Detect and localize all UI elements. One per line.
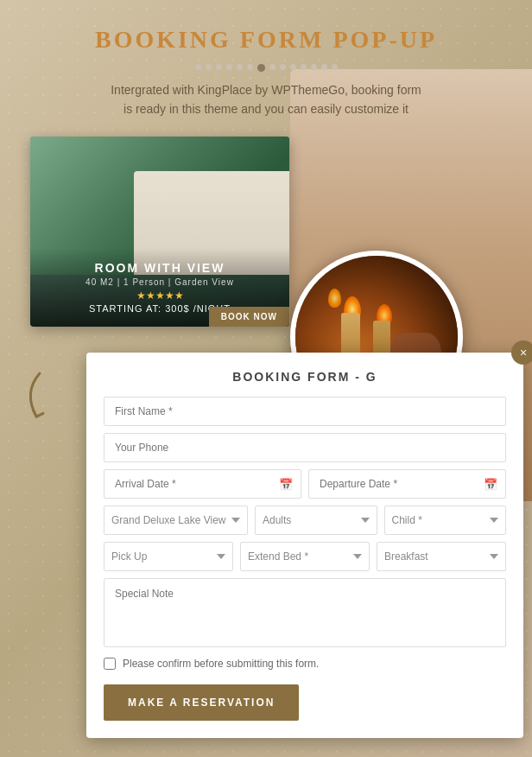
confirm-checkbox[interactable] xyxy=(104,658,116,670)
subtitle-line1: Intergrated with KingPlace by WPThemeGo,… xyxy=(111,83,421,97)
room-adults-child-row: Grand Deluxe Lake View Deluxe Room Suite… xyxy=(104,506,506,535)
page-title: BOOKING FORM POP-UP xyxy=(17,26,515,54)
room-card: 🖼 ROOM WITH VIEW 40 M2 | 1 Person | Gard… xyxy=(30,137,289,327)
pickup-select[interactable]: Pick Up Airport Pickup Hotel Pickup xyxy=(104,542,233,571)
dot-7-active[interactable] xyxy=(257,64,265,72)
arrival-date-input[interactable] xyxy=(104,469,301,499)
dot-6[interactable] xyxy=(247,64,253,70)
dots-navigation[interactable] xyxy=(17,64,515,72)
close-button[interactable]: × xyxy=(511,340,532,365)
first-name-input[interactable] xyxy=(104,397,506,426)
first-name-row xyxy=(104,397,506,426)
room-type-select[interactable]: Grand Deluxe Lake View Deluxe Room Suite… xyxy=(104,506,248,535)
card-book-button[interactable]: BOOK NOW xyxy=(209,307,289,327)
breakfast-select[interactable]: Breakfast No Breakfast Breakfast Include… xyxy=(377,542,506,571)
arrival-date-wrapper: 📅 xyxy=(104,469,301,499)
dot-8[interactable] xyxy=(269,64,276,70)
child-select[interactable]: Child * 0 Child 1 Child 2 Children xyxy=(384,506,507,535)
reserve-button[interactable]: MAKE A RESERVATION xyxy=(104,684,299,721)
dot-1[interactable] xyxy=(195,64,201,70)
dot-4[interactable] xyxy=(226,64,232,70)
extras-row: Pick Up Airport Pickup Hotel Pickup Exte… xyxy=(104,542,506,571)
dot-10[interactable] xyxy=(290,64,296,70)
form-title: BOOKING FORM - G xyxy=(104,370,506,384)
room-details: 40 M2 | 1 Person | Garden View xyxy=(43,277,276,287)
confirm-text: Please confirm before submitting this fo… xyxy=(123,658,319,670)
dot-3[interactable] xyxy=(216,64,222,70)
booking-modal: × BOOKING FORM - G 📅 📅 Grand Deluxe Lake… xyxy=(86,353,523,738)
special-note-row xyxy=(104,578,506,647)
departure-date-input[interactable] xyxy=(308,469,506,499)
phone-input[interactable] xyxy=(104,433,506,462)
adults-select[interactable]: Adults 1 Adult 2 Adults 3 Adults xyxy=(255,506,377,535)
dot-11[interactable] xyxy=(301,64,307,70)
confirm-row: Please confirm before submitting this fo… xyxy=(104,658,506,670)
dot-14[interactable] xyxy=(332,64,338,70)
dot-13[interactable] xyxy=(321,64,327,70)
title-section: BOOKING FORM POP-UP xyxy=(17,26,515,54)
room-stars: ★★★★★ xyxy=(43,289,276,302)
subtitle: Intergrated with KingPlace by WPThemeGo,… xyxy=(17,80,515,119)
extend-bed-select[interactable]: Extend Bed * No Yes xyxy=(240,542,370,571)
dates-row: 📅 📅 xyxy=(104,469,506,499)
dot-5[interactable] xyxy=(237,64,243,70)
special-note-textarea[interactable] xyxy=(104,578,506,647)
subtitle-line2: is ready in this theme and you can easil… xyxy=(124,102,408,116)
departure-date-wrapper: 📅 xyxy=(308,469,506,499)
dot-12[interactable] xyxy=(311,64,317,70)
dot-9[interactable] xyxy=(280,64,286,70)
room-title: ROOM WITH VIEW xyxy=(43,261,276,275)
phone-row xyxy=(104,433,506,462)
dot-2[interactable] xyxy=(206,64,212,70)
arrow-indicator xyxy=(10,358,92,450)
